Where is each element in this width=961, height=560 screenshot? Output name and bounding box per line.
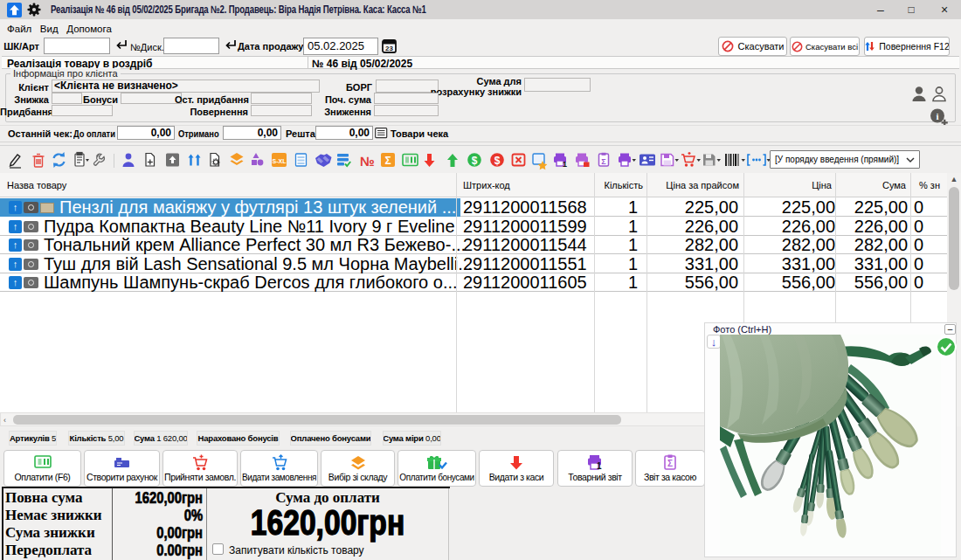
svg-text:i: i — [936, 111, 938, 121]
svg-text:23: 23 — [385, 45, 393, 52]
svg-text:S-XL: S-XL — [273, 158, 287, 164]
svg-text:№: № — [360, 154, 375, 169]
svg-text:$: $ — [494, 155, 501, 167]
svg-text:1: 1 — [563, 160, 567, 169]
svg-text:Σ: Σ — [601, 157, 606, 166]
svg-text:1: 1 — [597, 461, 602, 471]
svg-text:Σ: Σ — [384, 155, 391, 167]
svg-text:$: $ — [472, 155, 478, 167]
svg-text:Σ: Σ — [667, 459, 673, 468]
